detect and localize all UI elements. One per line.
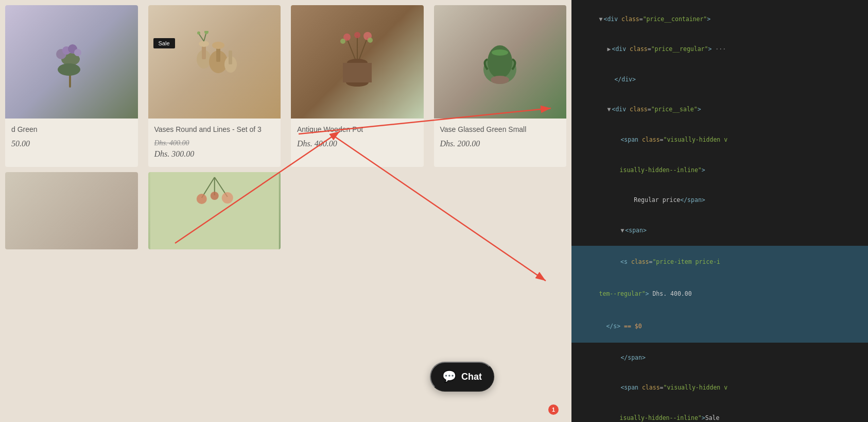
product-price-regular: Dhs. 400.00 [154,139,275,147]
product-info: Vases Round and Lines - Set of 3 Dhs. 40… [148,119,281,167]
product-info: Antique Wooden Pot Dhs. 400.00 [291,119,424,157]
chat-icon: 💬 [442,370,456,383]
html-line: <span class="visually-hidden v [578,125,862,156]
svg-rect-30 [343,63,372,82]
html-line: Regular price</span> [578,185,862,216]
product-card[interactable]: Sale Vases Round and Lines - Set of 3 Dh… [148,5,281,167]
product-card-partial[interactable] [5,172,138,249]
product-image [434,5,567,119]
product-image [5,5,138,119]
product-price: Dhs. 400.00 [297,139,418,148]
product-name: Antique Wooden Pot [297,125,418,135]
chat-label: Chat [461,372,482,382]
product-grid-panel: d Green 50.00 [0,0,571,422]
svg-point-23 [354,32,360,38]
html-line-selected: <s class="price-item price-i [571,246,868,278]
product-price-sale: Dhs. 300.00 [154,149,275,159]
product-price: 50.00 [11,139,132,148]
svg-point-39 [196,194,206,204]
sale-badge: Sale [153,38,175,48]
svg-point-18 [204,31,209,34]
svg-point-12 [212,42,224,49]
devtools-panel: ▼<div class="price__container"> ▶<div cl… [571,0,868,422]
product-name: Vase Glassed Green Small [440,125,561,135]
product-grid: d Green 50.00 [0,0,571,172]
html-line-selected: </s> == $0 [571,310,868,343]
product-card[interactable]: Vase Glassed Green Small Dhs. 200.00 [434,5,567,167]
product-info: Vase Glassed Green Small Dhs. 200.00 [434,119,567,157]
svg-point-34 [492,49,508,56]
svg-line-15 [199,33,204,41]
chat-button[interactable]: 💬 Chat [430,362,494,392]
product-grid-row2 [0,172,571,255]
product-name: Vases Round and Lines - Set of 3 [154,125,275,135]
svg-point-17 [197,31,200,35]
html-line: ▶<div class="price__regular"> ··· [578,35,862,65]
product-name: d Green [11,125,132,135]
svg-rect-14 [229,50,232,64]
chat-notification-badge: 1 [548,404,559,415]
html-line: </div> [578,64,862,95]
svg-point-26 [368,38,373,43]
svg-point-41 [221,192,233,204]
html-line: ▼<div class="price__sale"> [578,95,862,125]
svg-point-33 [491,76,509,84]
svg-point-6 [58,63,80,76]
svg-point-5 [74,49,81,56]
html-line: ▼<span> [578,215,862,246]
product-card[interactable]: Antique Wooden Pot Dhs. 400.00 [291,5,424,167]
product-image [148,5,281,119]
html-tree: ▼<div class="price__container"> ▶<div cl… [571,0,868,422]
product-card-partial[interactable] [148,172,281,249]
product-card[interactable]: d Green 50.00 [5,5,138,167]
html-line: isually-hidden--inline">Sale [578,403,862,422]
svg-point-25 [340,39,345,44]
product-info: d Green 50.00 [5,119,138,157]
html-line: <span class="visually-hidden v [578,373,862,403]
html-line: </span> [578,343,862,373]
product-image [291,5,424,119]
product-price: Dhs. 200.00 [440,139,561,148]
html-line: isually-hidden--inline"> [578,155,862,185]
svg-point-9 [199,41,209,47]
svg-point-40 [210,192,218,200]
html-line: ▼<div class="price__container"> [578,4,862,35]
html-line-selected: tem--regular"> Dhs. 400.00 [571,278,868,311]
